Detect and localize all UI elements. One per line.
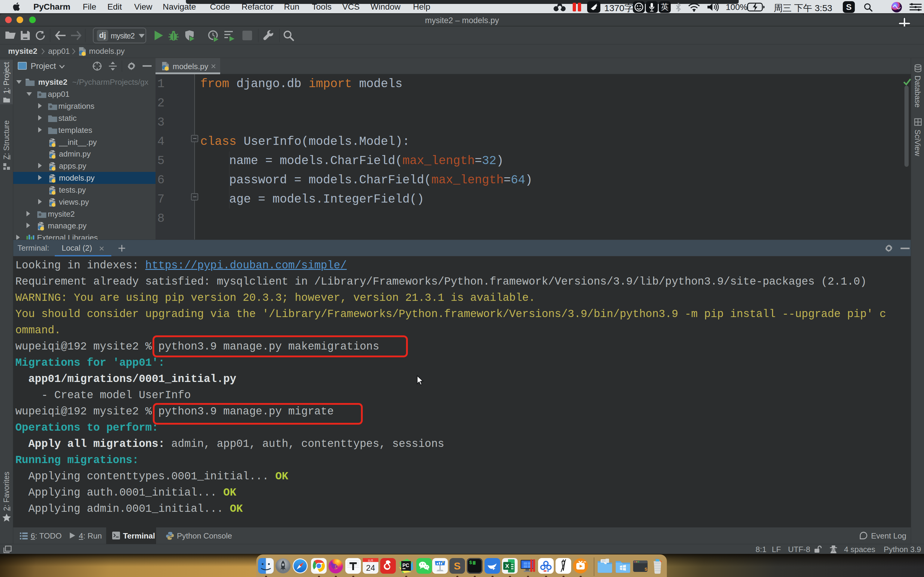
svg-text:S: S	[645, 567, 647, 572]
svg-text:X: X	[505, 563, 509, 569]
svg-text:S: S	[454, 560, 461, 572]
svg-text:24: 24	[366, 564, 375, 572]
svg-text:PC: PC	[402, 563, 409, 568]
svg-text:11月: 11月	[368, 559, 373, 562]
svg-text:$: $	[469, 560, 472, 566]
